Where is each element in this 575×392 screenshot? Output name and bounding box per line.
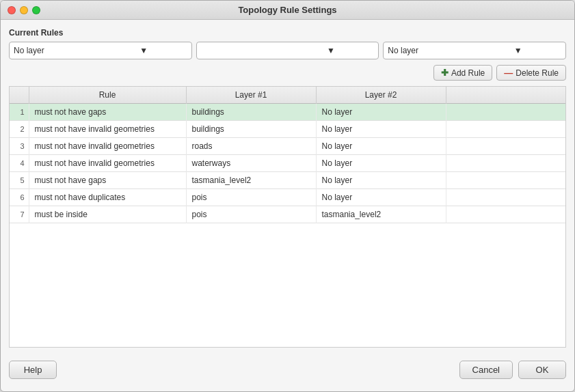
cell-num: 7 [10, 206, 29, 223]
dropdowns-row: No layer ▼ ▼ No layer ▼ [9, 42, 566, 59]
cell-layer2: No layer [316, 104, 446, 121]
layer2-dropdown-value: No layer [388, 46, 474, 55]
cell-rule: must not have gaps [29, 104, 186, 121]
table-row[interactable]: 6must not have duplicatespoisNo layer [10, 189, 565, 206]
delete-rule-button[interactable]: — Delete Rule [496, 65, 566, 81]
cell-layer1: buildings [186, 121, 316, 138]
help-button[interactable]: Help [9, 361, 57, 379]
footer-left: Help [9, 361, 57, 379]
add-rule-label: Add Rule [451, 68, 485, 78]
cell-layer1: roads [186, 138, 316, 155]
cell-extra [446, 206, 565, 223]
cell-layer1: buildings [186, 104, 316, 121]
cell-num: 6 [10, 189, 29, 206]
layer1-dropdown-arrow: ▼ [101, 47, 187, 54]
cell-extra [446, 155, 565, 172]
rules-table: Rule Layer #1 Layer #2 1must not have ga… [10, 87, 565, 223]
cell-rule: must be inside [29, 206, 186, 223]
col-header-layer2: Layer #2 [316, 87, 446, 104]
main-window: Topology Rule Settings Current Rules No … [0, 0, 575, 392]
table-header-row: Rule Layer #1 Layer #2 [10, 87, 565, 104]
layer1-dropdown-value: No layer [14, 46, 101, 55]
close-button[interactable] [8, 6, 16, 14]
window-title: Topology Rule Settings [238, 5, 336, 15]
window-controls [8, 6, 40, 14]
cell-extra [446, 172, 565, 189]
minimize-button[interactable] [20, 6, 28, 14]
cell-num: 1 [10, 104, 29, 121]
col-header-extra [446, 87, 565, 104]
rules-table-container: Rule Layer #1 Layer #2 1must not have ga… [9, 86, 566, 348]
cell-extra [446, 104, 565, 121]
cell-extra [446, 121, 565, 138]
content-area: Current Rules No layer ▼ ▼ No layer ▼ ✚ … [1, 20, 574, 356]
cancel-button[interactable]: Cancel [459, 361, 513, 379]
layer2-dropdown[interactable]: No layer ▼ [383, 42, 566, 59]
table-row[interactable]: 2must not have invalid geometriesbuildin… [10, 121, 565, 138]
cell-num: 2 [10, 121, 29, 138]
cell-layer1: pois [186, 206, 316, 223]
cell-extra [446, 138, 565, 155]
delete-rule-label: Delete Rule [516, 68, 559, 78]
title-bar: Topology Rule Settings [1, 1, 574, 20]
layer1-dropdown[interactable]: No layer ▼ [9, 42, 192, 59]
table-row[interactable]: 3must not have invalid geometriesroadsNo… [10, 138, 565, 155]
footer-right: Cancel OK [459, 361, 566, 379]
cell-layer2: No layer [316, 138, 446, 155]
actions-row: ✚ Add Rule — Delete Rule [9, 65, 566, 81]
section-label: Current Rules [9, 28, 566, 38]
cell-layer2: No layer [316, 189, 446, 206]
table-row[interactable]: 1must not have gapsbuildingsNo layer [10, 104, 565, 121]
cell-rule: must not have invalid geometries [29, 155, 186, 172]
middle-dropdown-arrow: ▼ [288, 47, 375, 54]
cell-extra [446, 189, 565, 206]
middle-dropdown[interactable]: ▼ [196, 42, 379, 59]
col-header-layer1: Layer #1 [186, 87, 316, 104]
cell-layer1: tasmania_level2 [186, 172, 316, 189]
add-rule-button[interactable]: ✚ Add Rule [433, 65, 492, 81]
add-icon: ✚ [441, 68, 449, 78]
ok-button[interactable]: OK [518, 361, 566, 379]
cell-rule: must not have gaps [29, 172, 186, 189]
cell-num: 5 [10, 172, 29, 189]
cell-num: 3 [10, 138, 29, 155]
cell-layer2: No layer [316, 121, 446, 138]
cell-rule: must not have invalid geometries [29, 121, 186, 138]
cell-layer2: No layer [316, 155, 446, 172]
cell-rule: must not have duplicates [29, 189, 186, 206]
cell-layer1: waterways [186, 155, 316, 172]
col-header-num [10, 87, 29, 104]
table-row[interactable]: 4must not have invalid geometrieswaterwa… [10, 155, 565, 172]
cell-layer2: No layer [316, 172, 446, 189]
cell-layer2: tasmania_level2 [316, 206, 446, 223]
cell-rule: must not have invalid geometries [29, 138, 186, 155]
maximize-button[interactable] [32, 6, 40, 14]
table-row[interactable]: 5must not have gapstasmania_level2No lay… [10, 172, 565, 189]
delete-icon: — [504, 68, 513, 78]
col-header-rule: Rule [29, 87, 186, 104]
footer: Help Cancel OK [1, 356, 574, 391]
cell-layer1: pois [186, 189, 316, 206]
layer2-dropdown-arrow: ▼ [474, 47, 561, 54]
cell-num: 4 [10, 155, 29, 172]
table-row[interactable]: 7must be insidepoistasmania_level2 [10, 206, 565, 223]
